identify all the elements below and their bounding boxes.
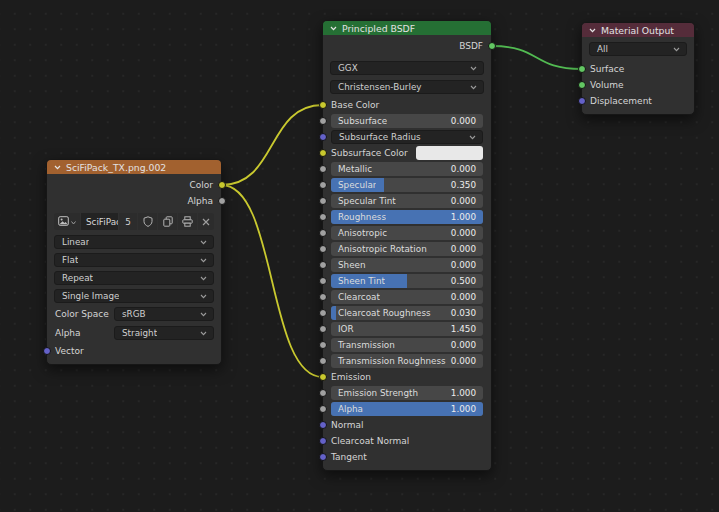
- field-ior[interactable]: IOR1.450: [331, 322, 483, 336]
- value-socket[interactable]: [319, 261, 327, 269]
- slider-sheen-tint[interactable]: Sheen Tint0.500: [331, 274, 483, 288]
- slider-value-roughness: 1.000: [447, 212, 483, 222]
- value-socket[interactable]: [319, 405, 327, 413]
- pack-button[interactable]: [178, 213, 197, 230]
- slider-clearcoat-roughness[interactable]: Clearcoat Roughness0.030: [331, 306, 483, 320]
- users-count-button[interactable]: 5: [119, 213, 137, 230]
- value-socket[interactable]: [319, 293, 327, 301]
- dropdown-color-space[interactable]: sRGB: [114, 307, 214, 321]
- value-socket[interactable]: [319, 165, 327, 173]
- value-socket[interactable]: [319, 197, 327, 205]
- value-socket[interactable]: [319, 341, 327, 349]
- input-row-specular-tint: Specular Tint0.000: [323, 193, 491, 209]
- chevron-down-icon: [200, 276, 213, 281]
- vector-socket[interactable]: [319, 133, 327, 141]
- value-socket[interactable]: [319, 229, 327, 237]
- input-row-transmission-roughness: Transmission Roughness0.000: [323, 353, 491, 369]
- dropdown-flat[interactable]: Flat: [54, 253, 214, 267]
- vector-socket[interactable]: [43, 347, 51, 355]
- input-row-base-color: Base Color: [323, 97, 491, 113]
- dropdown-all[interactable]: All: [589, 42, 687, 56]
- slider-transmission-roughness[interactable]: Transmission Roughness0.000: [331, 354, 483, 368]
- input-row-metallic: Metallic0.000: [323, 161, 491, 177]
- slider-roughness[interactable]: Roughness1.000: [331, 210, 483, 224]
- shader-socket[interactable]: [488, 42, 496, 50]
- collapse-chevron-icon[interactable]: [54, 165, 61, 170]
- setting-label-alpha: Alpha: [54, 328, 114, 338]
- vector-socket[interactable]: [578, 97, 586, 105]
- image-texture-node-header[interactable]: SciFiPack_TX.png.002: [47, 160, 221, 174]
- color-socket[interactable]: [319, 101, 327, 109]
- color-socket[interactable]: [319, 149, 327, 157]
- material-output-node-header[interactable]: Material Output: [582, 23, 694, 37]
- slider-sheen[interactable]: Sheen0.000: [331, 258, 483, 272]
- shield-icon: [143, 216, 153, 227]
- collapse-chevron-icon[interactable]: [330, 26, 337, 31]
- slider-label-sheen-tint: Sheen Tint: [331, 276, 385, 286]
- vector-socket[interactable]: [319, 421, 327, 429]
- slider-alpha[interactable]: Alpha1.000: [331, 402, 483, 416]
- slider-transmission[interactable]: Transmission0.000: [331, 338, 483, 352]
- input-row-roughness: Roughness1.000: [323, 209, 491, 225]
- color-socket[interactable]: [319, 373, 327, 381]
- input-row-ior: IOR1.450: [323, 321, 491, 337]
- input-label-vector: Vector: [55, 346, 84, 356]
- collapse-chevron-icon[interactable]: [589, 28, 596, 33]
- dropdown-christensen-burley[interactable]: Christensen-Burley: [330, 80, 484, 94]
- principled-bsdf-node-header[interactable]: Principled BSDF: [323, 21, 491, 35]
- input-row-emission: Emission: [323, 369, 491, 385]
- value-socket[interactable]: [319, 245, 327, 253]
- chevron-down-icon: [200, 312, 213, 317]
- color-swatch-subsurface-color[interactable]: [416, 146, 483, 160]
- slider-anisotropic-rotation[interactable]: Anisotropic Rotation0.000: [331, 242, 483, 256]
- slider-value-alpha: 1.000: [447, 404, 483, 414]
- value-socket[interactable]: [319, 357, 327, 365]
- node-image-texture[interactable]: SciFiPack_TX.png.002 ColorAlpha SciFiPac…: [46, 159, 222, 365]
- value-socket[interactable]: [218, 197, 226, 205]
- slider-emission-strength[interactable]: Emission Strength1.000: [331, 386, 483, 400]
- slider-label-specular: Specular: [331, 180, 376, 190]
- dropdown-ggx[interactable]: GGX: [330, 61, 484, 75]
- chevron-down-icon: [470, 85, 483, 90]
- dropdown-repeat[interactable]: Repeat: [54, 271, 214, 285]
- dropdown-flat-value: Flat: [55, 255, 78, 265]
- value-socket[interactable]: [319, 117, 327, 125]
- unlink-button[interactable]: [198, 213, 214, 230]
- chevron-down-icon: [470, 66, 483, 71]
- shader-socket[interactable]: [578, 81, 586, 89]
- shader-socket[interactable]: [578, 65, 586, 73]
- slider-label-specular-tint: Specular Tint: [331, 196, 396, 206]
- dropdown-subsurface-radius[interactable]: Subsurface Radius: [331, 130, 483, 144]
- slider-label-emission-strength: Emission Strength: [331, 388, 418, 398]
- node-editor-canvas[interactable]: SciFiPack_TX.png.002 ColorAlpha SciFiPac…: [0, 0, 719, 512]
- fake-user-shield-button[interactable]: [138, 213, 157, 230]
- slider-subsurface[interactable]: Subsurface0.000: [331, 114, 483, 128]
- dropdown-linear[interactable]: Linear: [54, 235, 214, 249]
- input-label-surface: Surface: [590, 64, 624, 74]
- node-principled-bsdf[interactable]: Principled BSDF BSDF GGXChristensen-Burl…: [322, 20, 492, 471]
- browse-image-button[interactable]: [54, 213, 80, 230]
- vector-socket[interactable]: [319, 437, 327, 445]
- image-name-field[interactable]: SciFiPack_T...: [81, 213, 118, 230]
- input-label-base-color: Base Color: [331, 100, 379, 110]
- value-socket[interactable]: [319, 325, 327, 333]
- value-socket[interactable]: [319, 309, 327, 317]
- value-socket[interactable]: [319, 181, 327, 189]
- slider-specular[interactable]: Specular0.350: [331, 178, 483, 192]
- slider-specular-tint[interactable]: Specular Tint0.000: [331, 194, 483, 208]
- chevron-down-icon: [673, 47, 686, 52]
- value-socket[interactable]: [319, 277, 327, 285]
- duplicate-button[interactable]: [158, 213, 177, 230]
- slider-clearcoat[interactable]: Clearcoat0.000: [331, 290, 483, 304]
- slider-label-anisotropic: Anisotropic: [331, 228, 387, 238]
- slider-metallic[interactable]: Metallic0.000: [331, 162, 483, 176]
- vector-socket[interactable]: [319, 453, 327, 461]
- input-label-volume: Volume: [590, 80, 623, 90]
- dropdown-alpha[interactable]: Straight: [114, 326, 214, 340]
- dropdown-single-image[interactable]: Single Image: [54, 289, 214, 303]
- value-socket[interactable]: [319, 389, 327, 397]
- node-material-output[interactable]: Material Output All SurfaceVolumeDisplac…: [581, 22, 695, 115]
- slider-anisotropic[interactable]: Anisotropic0.000: [331, 226, 483, 240]
- color-socket[interactable]: [218, 181, 226, 189]
- value-socket[interactable]: [319, 213, 327, 221]
